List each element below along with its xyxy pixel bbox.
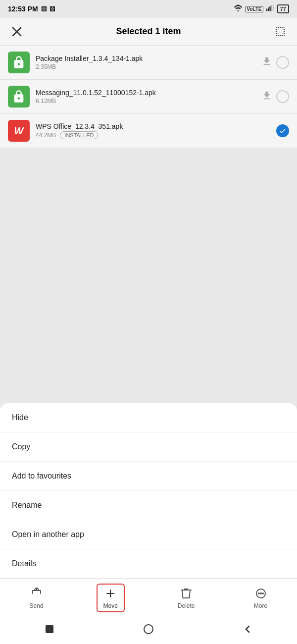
svg-rect-3 — [269, 6, 270, 11]
context-menu: HideCopyAdd to favouritesRenameOpen in a… — [0, 403, 297, 578]
file-size-1: 2.35MB — [36, 63, 56, 70]
file-list: Package Installer_1.3.4_134-1.apk 2.35MB… — [0, 46, 297, 148]
file-size-2: 6.12MB — [36, 98, 56, 105]
time-display: 12:53 PM — [8, 5, 38, 13]
file-item-3[interactable]: W WPS Office_12.3.4_351.apk 44.2MB INSTA… — [0, 114, 297, 148]
file-info-2: Messaging_11.0.1.52_11000152-1.apk 6.12M… — [36, 89, 255, 105]
notification-icon: ⚄ — [41, 5, 47, 13]
status-left: 12:53 PM ⚄ ⚄ — [8, 5, 55, 13]
close-button[interactable] — [8, 23, 26, 41]
select-all-button[interactable] — [271, 23, 289, 41]
file-info-1: Package Installer_1.3.4_134-1.apk 2.35MB — [36, 54, 255, 70]
installed-badge: INSTALLED — [60, 131, 98, 139]
menu-item-copy[interactable]: Copy — [0, 432, 297, 462]
file-actions-2 — [261, 90, 289, 104]
svg-point-11 — [258, 593, 259, 594]
more-icon — [254, 587, 268, 600]
battery-icon: 77 — [277, 4, 289, 13]
wifi-icon — [234, 4, 243, 13]
menu-item-open-in-another-app[interactable]: Open in another app — [0, 520, 297, 549]
file-actions-1 — [261, 56, 289, 69]
nav-bar — [0, 615, 297, 644]
file-name-2: Messaging_11.0.1.52_11000152-1.apk — [36, 89, 255, 97]
status-right: VoLTE 77 — [234, 4, 289, 13]
download-icon-2 — [261, 90, 272, 104]
file-size-3: 44.2MB — [36, 132, 56, 139]
menu-item-hide[interactable]: Hide — [0, 403, 297, 432]
signal-icon — [266, 4, 274, 13]
svg-rect-2 — [268, 7, 269, 11]
svg-point-13 — [262, 593, 263, 594]
app-bar: Selected 1 item — [0, 18, 297, 46]
send-icon — [30, 587, 44, 600]
more-button[interactable]: More — [248, 585, 274, 611]
move-button[interactable]: Move — [97, 584, 125, 612]
file-meta-3: 44.2MB INSTALLED — [36, 131, 270, 139]
svg-point-0 — [237, 10, 239, 12]
bottom-sheet: HideCopyAdd to favouritesRenameOpen in a… — [0, 403, 297, 644]
file-meta-1: 2.35MB — [36, 63, 255, 70]
empty-area — [0, 148, 297, 237]
move-label: Move — [103, 602, 118, 609]
file-icon-2 — [8, 86, 30, 107]
menu-item-add-to-favourites[interactable]: Add to favourites — [0, 462, 297, 491]
move-icon — [103, 587, 117, 600]
nav-square-button[interactable] — [40, 619, 59, 639]
svg-rect-4 — [271, 5, 272, 11]
svg-point-12 — [260, 593, 261, 594]
svg-point-15 — [144, 625, 153, 634]
file-name-3: WPS Office_12.3.4_351.apk — [36, 122, 270, 130]
send-label: Send — [29, 602, 43, 609]
volte-icon: VoLTE — [246, 6, 263, 12]
file-meta-2: 6.12MB — [36, 98, 255, 105]
menu-item-details[interactable]: Details — [0, 549, 297, 578]
file-icon-1 — [8, 52, 30, 73]
download-icon-1 — [261, 56, 272, 69]
svg-rect-1 — [266, 9, 267, 11]
delete-icon — [179, 587, 193, 600]
file-name-1: Package Installer_1.3.4_134-1.apk — [36, 54, 255, 62]
delete-label: Delete — [178, 602, 195, 609]
file-icon-3: W — [8, 120, 30, 142]
file-item-2[interactable]: Messaging_11.0.1.52_11000152-1.apk 6.12M… — [0, 80, 297, 114]
menu-item-rename[interactable]: Rename — [0, 491, 297, 520]
file-info-3: WPS Office_12.3.4_351.apk 44.2MB INSTALL… — [36, 122, 270, 139]
file-actions-3 — [276, 124, 289, 137]
bottom-toolbar: Send Move Delete — [0, 578, 297, 615]
checkbox-2[interactable] — [276, 90, 289, 103]
nav-back-button[interactable] — [238, 619, 257, 639]
notification-icon-2: ⚄ — [50, 5, 55, 13]
delete-button[interactable]: Delete — [172, 585, 201, 611]
app-bar-title: Selected 1 item — [116, 26, 181, 37]
status-bar: 12:53 PM ⚄ ⚄ VoLTE 77 — [0, 0, 297, 18]
file-item-1[interactable]: Package Installer_1.3.4_134-1.apk 2.35MB — [0, 46, 297, 80]
send-button[interactable]: Send — [23, 585, 49, 611]
nav-home-button[interactable] — [139, 619, 158, 639]
checkbox-3-checked[interactable] — [276, 124, 289, 137]
svg-rect-5 — [273, 5, 274, 11]
more-label: More — [254, 602, 267, 609]
checkbox-1[interactable] — [276, 56, 289, 69]
svg-rect-14 — [46, 625, 53, 633]
